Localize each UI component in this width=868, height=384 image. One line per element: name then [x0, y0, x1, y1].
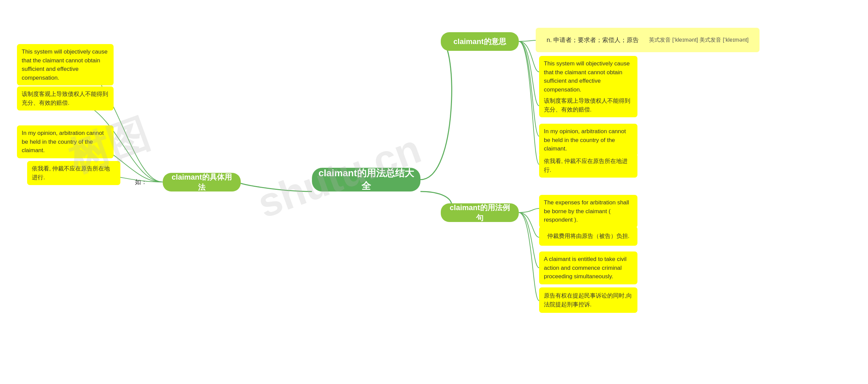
left-leaf-4-text: 依我看, 仲裁不应在原告所在地进行.: [32, 164, 116, 182]
branch-right-top-label: claimant的意思: [453, 37, 506, 47]
left-leaf-3-text: In my opinion, arbitration cannot be hel…: [22, 129, 109, 155]
branch-left-label: claimant的具体用法: [168, 172, 235, 193]
definition-pronunciation: 英式发音 [ˈkleɪmənt] 美式发音 [ˈkleɪmənt]: [649, 36, 748, 44]
right-bottom-leaf-1: The expenses for arbitration shall be bo…: [539, 195, 637, 228]
right-top-leaf-3-text: In my opinion, arbitration cannot be hel…: [544, 127, 633, 153]
right-top-leaf-2-text: 该制度客观上导致债权人不能得到充分、有效的赔偿.: [544, 97, 633, 114]
left-leaf-1: This system will objectively cause that …: [17, 44, 114, 85]
branch-right-bottom-node: claimant的用法例句: [441, 203, 519, 222]
left-leaf-2-text: 该制度客观上导致债权人不能得到充分、有效的赔偿.: [22, 90, 109, 107]
right-bottom-leaf-2-text: 仲裁费用将由原告（被告）负担.: [547, 232, 630, 241]
definition-node: n. 申请者；要求者；索偿人；原告 英式发音 [ˈkleɪmənt] 美式发音 …: [536, 28, 760, 52]
right-top-leaf-3: In my opinion, arbitration cannot be hel…: [539, 124, 637, 157]
mind-map: 树图 shutu.cn claimant的用法总结大全 claimant的具体用…: [0, 0, 868, 384]
right-bottom-leaf-1-text: The expenses for arbitration shall be bo…: [544, 198, 633, 224]
left-leaf-4: 依我看, 仲裁不应在原告所在地进行.: [27, 161, 120, 185]
right-top-leaf-4: 依我看, 仲裁不应在原告所在地进行.: [539, 154, 637, 178]
left-leaf-3: In my opinion, arbitration cannot be hel…: [17, 125, 114, 158]
right-bottom-leaf-2: 仲裁费用将由原告（被告）负担.: [539, 226, 637, 246]
branch-left-sublabel: 如：: [135, 178, 147, 186]
branch-right-bottom-label: claimant的用法例句: [446, 203, 513, 223]
right-bottom-leaf-3-text: A claimant is entitled to take civil act…: [544, 255, 633, 281]
right-top-leaf-4-text: 依我看, 仲裁不应在原告所在地进行.: [544, 157, 633, 174]
right-top-leaf-2: 该制度客观上导致债权人不能得到充分、有效的赔偿.: [539, 93, 637, 117]
right-bottom-leaf-3: A claimant is entitled to take civil act…: [539, 251, 637, 284]
right-top-leaf-1: This system will objectively cause that …: [539, 56, 637, 97]
branch-right-top-node: claimant的意思: [441, 32, 519, 51]
left-leaf-1-text: This system will objectively cause that …: [22, 47, 109, 82]
connections-svg: [0, 0, 868, 384]
branch-left-node: claimant的具体用法: [163, 173, 241, 191]
right-bottom-leaf-4-text: 原告有权在提起民事诉讼的同时,向法院提起刑事控诉.: [544, 291, 633, 309]
central-node: claimant的用法总结大全: [312, 168, 420, 191]
right-top-leaf-1-text: This system will objectively cause that …: [544, 59, 633, 94]
left-leaf-2: 该制度客观上导致债权人不能得到充分、有效的赔偿.: [17, 86, 114, 110]
definition-text: n. 申请者；要求者；索偿人；原告: [547, 35, 639, 45]
right-bottom-leaf-4: 原告有权在提起民事诉讼的同时,向法院提起刑事控诉.: [539, 287, 637, 313]
